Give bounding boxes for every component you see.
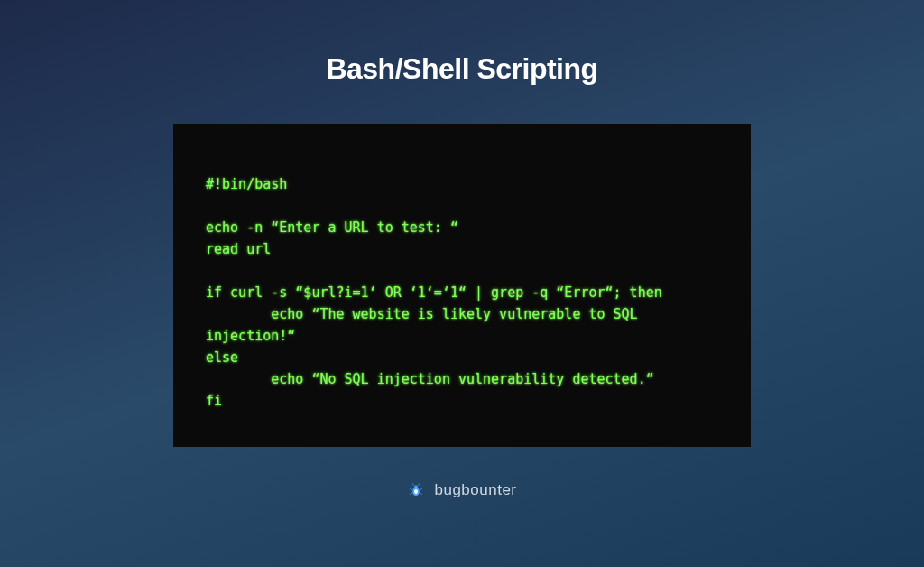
code-block: #!bin/bash echo -n “Enter a URL to test:… <box>206 176 662 409</box>
code-terminal: #!bin/bash echo -n “Enter a URL to test:… <box>173 124 751 447</box>
svg-line-4 <box>419 484 420 486</box>
brand-name: bugbounter <box>434 481 516 499</box>
page-title: Bash/Shell Scripting <box>326 52 597 86</box>
svg-point-1 <box>415 489 419 494</box>
svg-line-7 <box>411 493 413 495</box>
svg-point-2 <box>415 485 419 488</box>
brand-logo: bugbounter <box>407 481 516 499</box>
svg-line-3 <box>413 484 415 486</box>
svg-line-8 <box>420 493 422 495</box>
svg-line-6 <box>420 489 422 491</box>
code-content: #!bin/bash echo -n “Enter a URL to test:… <box>206 174 718 414</box>
svg-line-5 <box>411 489 413 491</box>
bug-icon <box>407 481 425 499</box>
